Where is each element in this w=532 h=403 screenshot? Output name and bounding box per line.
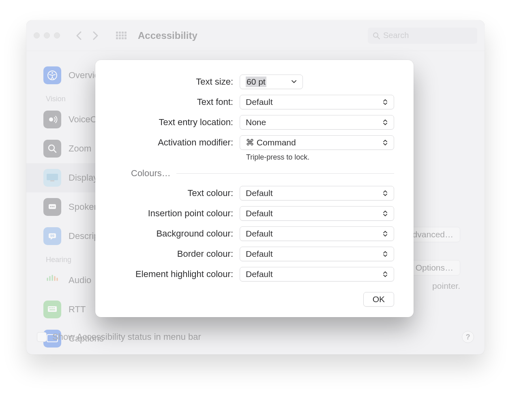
svg-point-4	[49, 117, 53, 122]
back-button[interactable]	[72, 29, 85, 42]
svg-rect-20	[49, 309, 55, 310]
text-entry-location-popup[interactable]: None	[240, 115, 394, 130]
show-status-checkbox[interactable]	[37, 332, 47, 342]
popup-arrows-icon	[381, 190, 390, 196]
help-button[interactable]: ?	[462, 331, 474, 343]
svg-rect-15	[48, 306, 57, 312]
svg-point-3	[51, 72, 53, 74]
search-icon	[373, 32, 380, 39]
divider-line	[176, 173, 394, 174]
descriptions-icon: 99	[43, 227, 61, 245]
modal-footer: OK	[115, 292, 394, 307]
text-font-row: Text font: Default	[115, 95, 394, 109]
zoom-icon	[43, 140, 61, 158]
element-highlight-colour-value: Default	[246, 269, 381, 279]
svg-rect-19	[54, 307, 55, 308]
insertion-point-colour-popup[interactable]: Default	[240, 206, 394, 221]
traffic-lights[interactable]	[34, 32, 60, 38]
options-button[interactable]: Options…	[409, 260, 460, 275]
text-entry-location-label: Text entry location:	[115, 117, 240, 128]
ok-button[interactable]: OK	[363, 292, 394, 307]
accessibility-icon	[43, 66, 61, 84]
text-entry-location-row: Text entry location: None	[115, 115, 394, 130]
text-colour-value: Default	[246, 188, 381, 198]
titlebar: Accessibility Search	[26, 20, 485, 51]
activation-modifier-value: ⌘ Command	[246, 138, 381, 147]
text-entry-location-value: None	[246, 117, 381, 127]
border-colour-value: Default	[246, 249, 381, 259]
svg-point-10	[50, 206, 51, 207]
text-colour-row: Text colour: Default	[115, 186, 394, 200]
show-status-label: Show Accessibility status in menu bar	[52, 332, 201, 342]
show-all-icon[interactable]	[116, 32, 127, 39]
element-highlight-colour-popup[interactable]: Default	[240, 267, 394, 281]
rtt-icon	[43, 301, 61, 318]
activation-modifier-row: Activation modifier: ⌘ Command	[115, 135, 394, 150]
text-font-popup[interactable]: Default	[240, 95, 394, 109]
text-colour-popup[interactable]: Default	[240, 186, 394, 200]
sidebar-item-label: Zoom	[69, 143, 91, 154]
popup-arrows-icon	[381, 99, 390, 105]
text-size-value: 60 pt	[246, 77, 290, 87]
background-colour-label: Background colour:	[115, 228, 240, 239]
svg-rect-8	[50, 180, 54, 181]
text-size-row: Text size: 60 pt	[115, 75, 394, 89]
insertion-point-colour-label: Insertion point colour:	[115, 208, 240, 219]
zoom-window-button[interactable]	[54, 32, 60, 38]
text-font-label: Text font:	[115, 97, 240, 107]
footer-row: Show Accessibility status in menu bar ?	[37, 331, 474, 343]
popup-arrows-icon	[381, 251, 390, 257]
svg-line-1	[378, 37, 380, 39]
colours-section-label: Colours…	[131, 168, 171, 179]
forward-button[interactable]	[89, 29, 102, 42]
display-icon	[43, 169, 61, 187]
activation-modifier-helper: Triple-press to lock.	[115, 153, 394, 162]
pointer-label: pointer.	[432, 281, 460, 291]
text-size-label: Text size:	[115, 77, 240, 87]
sidebar-item-label: RTT	[69, 304, 86, 315]
text-font-value: Default	[246, 97, 381, 107]
popup-arrows-icon	[381, 271, 390, 277]
activation-modifier-label: Activation modifier:	[115, 137, 240, 148]
insertion-point-colour-row: Insertion point colour: Default	[115, 206, 394, 221]
audio-icon	[43, 271, 61, 289]
search-placeholder: Search	[383, 31, 409, 40]
popup-arrows-icon	[381, 231, 390, 237]
svg-rect-17	[50, 307, 51, 308]
voiceover-icon	[43, 111, 61, 128]
svg-rect-16	[49, 307, 50, 308]
svg-rect-18	[52, 307, 53, 308]
popup-arrows-icon	[381, 140, 390, 145]
sidebar-item-label: Audio	[69, 275, 91, 286]
svg-rect-7	[47, 174, 58, 180]
text-size-combobox[interactable]: 60 pt	[240, 75, 303, 89]
text-colour-label: Text colour:	[115, 188, 240, 198]
activation-modifier-popup[interactable]: ⌘ Command	[240, 135, 394, 150]
popup-arrows-icon	[381, 119, 390, 125]
sidebar-item-label: Display	[69, 173, 98, 183]
search-field[interactable]: Search	[368, 28, 477, 44]
minimize-window-button[interactable]	[44, 32, 50, 38]
colours-section-header: Colours…	[131, 168, 394, 179]
svg-line-6	[54, 150, 56, 152]
svg-point-12	[54, 206, 55, 207]
element-highlight-colour-row: Element highlight colour: Default	[115, 267, 394, 281]
close-window-button[interactable]	[34, 32, 40, 38]
svg-text:99: 99	[50, 234, 54, 238]
background-colour-row: Background colour: Default	[115, 226, 394, 241]
svg-point-11	[52, 206, 53, 207]
chevron-down-icon	[290, 80, 298, 83]
popup-arrows-icon	[381, 211, 390, 216]
window-title: Accessibility	[138, 30, 197, 41]
element-highlight-colour-label: Element highlight colour:	[115, 269, 240, 279]
border-colour-popup[interactable]: Default	[240, 247, 394, 261]
border-colour-row: Border colour: Default	[115, 247, 394, 261]
hover-text-settings-sheet: Text size: 60 pt Text font: Default Text…	[95, 60, 414, 317]
spoken-content-icon	[43, 198, 61, 216]
background-colour-value: Default	[246, 229, 381, 239]
border-colour-label: Border colour:	[115, 249, 240, 259]
background-colour-popup[interactable]: Default	[240, 226, 394, 241]
insertion-point-colour-value: Default	[246, 209, 381, 218]
